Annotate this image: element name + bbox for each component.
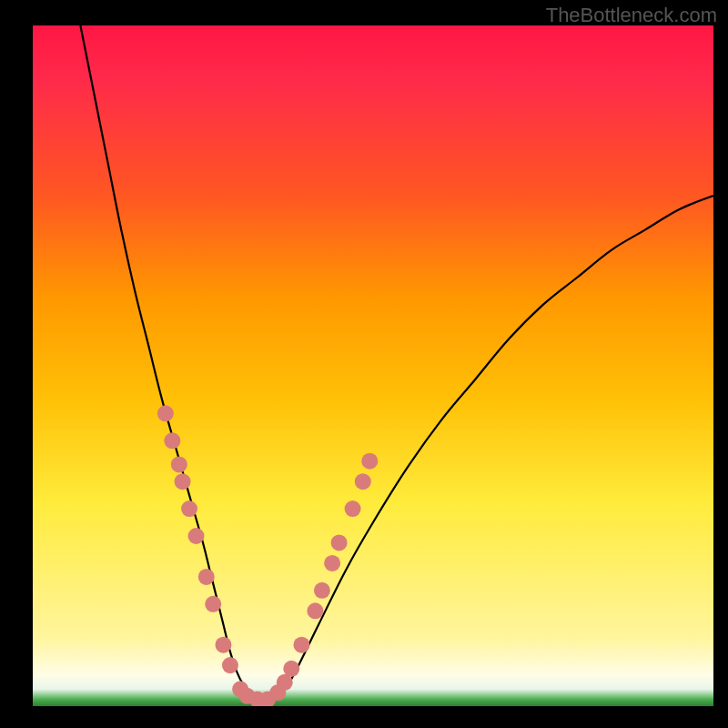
chart-container: TheBottleneck.com: [0, 0, 728, 728]
data-dot: [164, 432, 180, 449]
data-dot: [314, 582, 330, 599]
watermark-text: TheBottleneck.com: [546, 4, 717, 27]
data-dot: [222, 657, 238, 673]
data-dot: [171, 456, 187, 472]
data-dot: [198, 569, 215, 585]
data-dot: [307, 602, 323, 619]
data-dot: [324, 555, 340, 571]
data-dot: [293, 637, 309, 653]
data-dots: [33, 25, 713, 706]
data-dot: [283, 661, 299, 677]
data-dot: [181, 500, 197, 517]
data-dot: [157, 405, 174, 421]
data-dot: [188, 528, 205, 544]
data-dot: [361, 453, 378, 470]
data-dot: [205, 596, 221, 612]
data-dot: [175, 473, 191, 490]
data-dot: [331, 534, 348, 551]
data-dot: [215, 637, 231, 653]
plot-area: [33, 25, 713, 706]
data-dot: [345, 500, 361, 517]
data-dot: [355, 473, 371, 490]
